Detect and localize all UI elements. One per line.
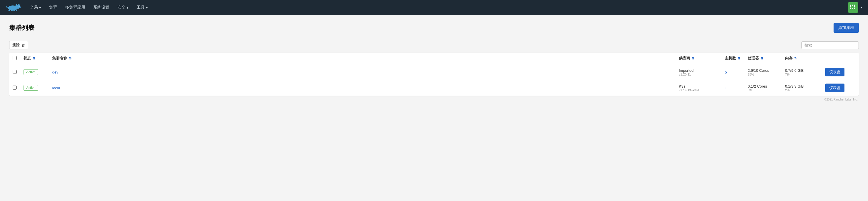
dashboard-button-0[interactable]: 仪表盘 — [825, 68, 844, 76]
global-dropdown-icon — [39, 5, 41, 10]
tools-dropdown-icon — [146, 5, 148, 10]
provider-sort-icon: ⇅ — [692, 57, 694, 60]
page-title: 集群列表 — [9, 24, 34, 32]
svg-rect-11 — [14, 10, 15, 11]
provider-sub-0: v1.20.11 — [679, 73, 718, 76]
host-count-0: 5 — [725, 70, 727, 75]
col-header-actions — [822, 53, 859, 64]
row-actions-0: 仪表盘 ⋮ — [822, 64, 859, 80]
svg-point-8 — [20, 7, 21, 7]
more-actions-button-0[interactable]: ⋮ — [847, 69, 856, 75]
footer-note: ©2021 Rancher Labs, Inc. — [9, 98, 859, 101]
memory-sub-0: 7% — [785, 73, 818, 76]
more-actions-button-1[interactable]: ⋮ — [847, 85, 856, 91]
security-dropdown-icon — [127, 5, 129, 10]
col-header-cpu[interactable]: 处理器 ⇅ — [744, 53, 782, 64]
svg-rect-19 — [852, 8, 853, 9]
row-name-1: local — [49, 80, 675, 96]
row-status-0: Active — [20, 64, 49, 80]
nav-item-settings[interactable]: 系统设置 — [90, 3, 113, 12]
svg-point-5 — [19, 6, 20, 7]
trash-icon: 🗑 — [21, 43, 25, 47]
memory-sub-1: 2% — [785, 88, 818, 92]
status-badge-1: Active — [24, 85, 38, 91]
svg-rect-13 — [850, 5, 851, 6]
row-cpu-0: 2.6/10 Cores 25% — [744, 64, 782, 80]
cluster-table: 状态 ⇅ 集群名称 ⇅ 供应商 ⇅ 主机数 ⇅ 处理器 ⇅ — [9, 53, 859, 96]
cluster-name-link-1[interactable]: local — [52, 86, 60, 90]
svg-rect-12 — [16, 10, 17, 11]
row-name-0: dev — [49, 64, 675, 80]
cpu-sub-1: 5% — [748, 88, 778, 92]
row-hosts-0: 5 — [721, 64, 744, 80]
table-row: Active dev Imported v1.20.11 5 2.6/10 Co… — [9, 64, 859, 80]
add-cluster-button[interactable]: 添加集群 — [834, 23, 859, 33]
svg-rect-17 — [854, 6, 855, 7]
user-dropdown-icon[interactable]: ▾ — [859, 4, 863, 11]
brand-logo[interactable] — [5, 3, 22, 12]
cpu-sort-icon: ⇅ — [761, 57, 763, 60]
row-checkbox-1[interactable] — [12, 86, 17, 90]
col-header-hosts[interactable]: 主机数 ⇅ — [721, 53, 744, 64]
user-avatar[interactable] — [848, 2, 858, 12]
row-checkbox-0[interactable] — [12, 70, 17, 74]
memory-sort-icon: ⇅ — [794, 57, 797, 60]
host-count-1: 1 — [725, 86, 727, 90]
row-checkbox-cell-0 — [9, 64, 20, 80]
dashboard-button-1[interactable]: 仪表盘 — [825, 84, 844, 92]
provider-main-0: Imported — [679, 68, 718, 73]
cpu-main-0: 2.6/10 Cores — [748, 68, 778, 73]
svg-rect-18 — [850, 8, 851, 9]
memory-main-0: 0.7/9.6 GiB — [785, 68, 818, 73]
row-actions-container-1: 仪表盘 ⋮ — [825, 84, 856, 92]
cluster-name-link-0[interactable]: dev — [52, 70, 58, 75]
table-toolbar: 删除 🗑 — [9, 41, 859, 49]
table-header-row: 状态 ⇅ 集群名称 ⇅ 供应商 ⇅ 主机数 ⇅ 处理器 ⇅ — [9, 53, 859, 64]
row-memory-1: 0.1/3.3 GiB 2% — [782, 80, 822, 96]
col-header-name[interactable]: 集群名称 ⇅ — [49, 53, 675, 64]
nav-item-multicluster[interactable]: 多集群应用 — [62, 3, 89, 12]
row-hosts-1: 1 — [721, 80, 744, 96]
nav-item-tools[interactable]: 工具 — [133, 3, 151, 12]
svg-rect-9 — [9, 10, 10, 11]
provider-sub-1: v1.19.13+k3s1 — [679, 88, 718, 92]
svg-rect-10 — [11, 10, 12, 11]
delete-button[interactable]: 删除 🗑 — [9, 41, 28, 49]
svg-point-3 — [18, 4, 20, 6]
search-input[interactable] — [801, 41, 859, 49]
svg-point-2 — [16, 4, 17, 6]
row-actions-1: 仪表盘 ⋮ — [822, 80, 859, 96]
memory-main-1: 0.1/3.3 GiB — [785, 84, 818, 88]
svg-point-7 — [20, 7, 20, 7]
select-all-checkbox[interactable] — [12, 56, 17, 60]
provider-main-1: K3s — [679, 84, 718, 88]
col-header-status[interactable]: 状态 ⇅ — [20, 53, 49, 64]
row-provider-0: Imported v1.20.11 — [675, 64, 721, 80]
svg-rect-14 — [852, 5, 853, 6]
row-status-1: Active — [20, 80, 49, 96]
svg-rect-20 — [854, 8, 855, 9]
row-provider-1: K3s v1.19.13+k3s1 — [675, 80, 721, 96]
table-row: Active local K3s v1.19.13+k3s1 1 0.1/2 C… — [9, 80, 859, 96]
col-header-provider[interactable]: 供应商 ⇅ — [675, 53, 721, 64]
svg-rect-16 — [850, 6, 851, 7]
row-cpu-1: 0.1/2 Cores 5% — [744, 80, 782, 96]
cpu-sub-0: 25% — [748, 73, 778, 76]
row-memory-0: 0.7/9.6 GiB 7% — [782, 64, 822, 80]
page-content: 集群列表 添加集群 删除 🗑 状态 ⇅ 集群名称 ⇅ — [0, 15, 868, 109]
navbar: 全局 集群 多集群应用 系统设置 安全 工具 ▾ — [0, 0, 868, 15]
hosts-sort-icon: ⇅ — [738, 57, 740, 60]
nav-item-global[interactable]: 全局 — [26, 3, 44, 12]
row-actions-container-0: 仪表盘 ⋮ — [825, 68, 856, 76]
row-checkbox-cell-1 — [9, 80, 20, 96]
cpu-main-1: 0.1/2 Cores — [748, 84, 778, 88]
page-header: 集群列表 添加集群 — [9, 23, 859, 33]
status-badge-0: Active — [24, 69, 38, 75]
col-header-memory[interactable]: 内存 ⇅ — [782, 53, 822, 64]
name-sort-icon: ⇅ — [69, 57, 71, 60]
status-sort-icon: ⇅ — [33, 57, 35, 60]
select-all-header — [9, 53, 20, 64]
nav-item-cluster[interactable]: 集群 — [45, 3, 61, 12]
svg-rect-15 — [854, 5, 855, 6]
nav-item-security[interactable]: 安全 — [114, 3, 132, 12]
